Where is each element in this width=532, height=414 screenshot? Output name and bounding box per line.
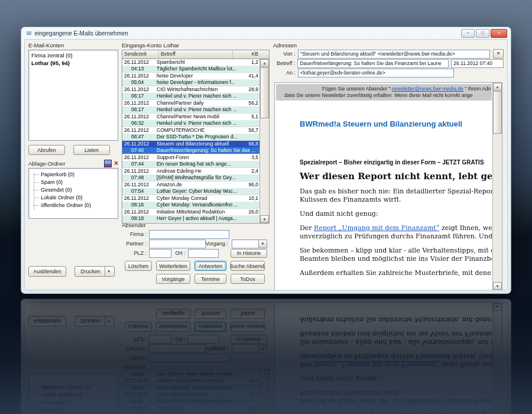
maximize-button[interactable]: □ xyxy=(476,29,489,38)
folder-item[interactable]: Papierkorb (0) xyxy=(29,171,116,179)
email-accounts-label: E-Mail-Konten xyxy=(28,42,118,48)
todos-button[interactable]: ToDos xyxy=(231,274,265,284)
message-row[interactable]: 26.11.2012 Cyber Monday Conrad 10,1 08:1… xyxy=(122,195,260,209)
plz-field[interactable] xyxy=(149,249,171,258)
message-subject: Herr Geyer | activo aktuell | Ausga... xyxy=(157,215,260,222)
message-subject: [SPAM] Weihnachtsgrüße für Gey... xyxy=(157,174,260,181)
firma-field[interactable] xyxy=(149,230,229,239)
paragraph-2: Und damit nicht genug: xyxy=(300,210,492,218)
antworten-button[interactable]: Antworten xyxy=(194,261,226,271)
message-date: 26.11.2012 xyxy=(122,141,157,147)
partner-field[interactable] xyxy=(149,240,206,248)
address-panel: Adressen Von : "Steuern und Bilanzierung… xyxy=(273,42,504,285)
message-size-kb: 26,0 xyxy=(241,209,260,215)
von-field[interactable]: "Steuern und Bilanzierung aktuell" <news… xyxy=(298,50,490,59)
message-row[interactable]: 26.11.2012 ChannelPartner daily 56,2 06:… xyxy=(122,100,260,114)
message-time: 07:40 xyxy=(122,147,157,154)
message-row[interactable]: 26.11.2012 COMPUTERWOCHE 56,7 06:47 Der … xyxy=(122,127,260,141)
message-size-kb: 56,7 xyxy=(241,127,260,134)
message-row[interactable]: 26.11.2012 CIO Wirtschaftsnachrichten 28… xyxy=(122,86,260,100)
folder-item[interactable]: Gesendet (0) xyxy=(29,186,116,194)
brand-title: Steuern und Bilanzierung aktuell xyxy=(340,119,462,128)
termine-button[interactable]: Termine xyxy=(194,274,226,284)
folders-close-icon[interactable]: × xyxy=(114,160,118,167)
message-row[interactable]: 26.11.2012 Steuern und Bilanzierung aktu… xyxy=(122,141,260,154)
message-row[interactable]: 26.11.2012 ChannelPartner News mobil 5,1… xyxy=(122,114,260,127)
suche-absender-button[interactable]: Suche Absend. xyxy=(231,261,265,271)
message-size-kb: 96,0 xyxy=(241,182,260,188)
vorgang-label: Vorgang : xyxy=(205,241,231,247)
message-subject: Henkel und v. Pierer machen sich ... xyxy=(157,93,260,99)
weiterleiten-button[interactable]: Weiterleiten xyxy=(156,261,190,271)
message-subject: heise Developer - Informationen f... xyxy=(157,79,260,86)
folder-grid-icon[interactable] xyxy=(104,160,112,167)
message-sender: Steuern und Bilanzierung aktuell xyxy=(157,141,241,147)
vorgaenge-button[interactable]: Vorgänge xyxy=(156,274,190,284)
account-item[interactable]: Firma zentral (0) xyxy=(30,51,116,59)
report-link[interactable]: Report „Umgang mit dem Finanzamt“ xyxy=(314,224,439,232)
column-betreff[interactable]: Betreff xyxy=(159,50,233,59)
partner-label: Partner : xyxy=(122,241,149,247)
message-row[interactable]: 26.11.2012 Spambericht 1,2 04:13 Täglich… xyxy=(122,59,260,73)
message-time: 06:17 xyxy=(122,106,157,113)
scroll-up-icon[interactable]: ▲ xyxy=(493,83,502,90)
message-table: Sendezeit Betreff KB 26.11.2012 Spamberi… xyxy=(122,50,270,224)
scroll-down-icon[interactable]: ▼ xyxy=(493,282,502,290)
message-row[interactable]: 26.11.2012 Support-Foren 3,5 07:44 Ein n… xyxy=(122,154,260,168)
message-time: 07:54 xyxy=(122,188,157,195)
message-panel: Eingangs-Konto Lothar Sendezeit Betreff … xyxy=(122,42,270,285)
drucken-button[interactable]: Drucken ▼ xyxy=(74,266,115,277)
vorgang-combobox[interactable]: ▼ xyxy=(232,240,267,248)
message-time: 05:04 xyxy=(122,79,157,86)
message-time: 04:13 xyxy=(122,66,157,72)
scroll-up-icon[interactable]: ▲ xyxy=(260,59,269,67)
newsletter-subtitle: Spezialreport – Bisher einzigartig in di… xyxy=(300,159,492,166)
close-button[interactable]: × xyxy=(491,29,507,38)
datum-field[interactable]: 26.11.2012 07:40 xyxy=(451,59,504,68)
window-titlebar[interactable]: ✉ eingegangene E-Mails übernehmen − □ × xyxy=(21,27,511,39)
folder-tree[interactable]: Papierkorb (0)Spam (0)Gesendet (0)Lokale… xyxy=(28,168,118,219)
column-kb[interactable]: KB xyxy=(233,50,269,59)
address-action-icon[interactable]: × xyxy=(493,49,504,59)
account-item[interactable]: Lothar (95, 94) xyxy=(30,59,116,67)
an-field[interactable]: <lothar.geyer@edv-berater-online.de> xyxy=(298,69,454,77)
message-list-scrollbar[interactable]: ▲ ▼ xyxy=(259,59,269,223)
message-date: 26.11.2012 xyxy=(122,154,157,161)
message-sender: Amazon.de xyxy=(157,182,241,188)
table-header: Sendezeit Betreff KB xyxy=(122,50,269,59)
message-size-kb: 2,4 xyxy=(241,168,260,174)
paragraph-1: Das gab es bisher noch nie: Ein detailli… xyxy=(300,187,492,204)
preview-banner: Fügen Sie unseren Absender " newsletter@… xyxy=(276,84,492,101)
scrollbar-thumb[interactable] xyxy=(260,67,269,118)
brand-logo: BWRmed!a xyxy=(300,119,340,128)
message-sender: Cyber Monday Conrad xyxy=(157,195,241,202)
in-historie-button[interactable]: In Historie xyxy=(231,249,267,258)
preview-scrollbar[interactable]: ▲ ▼ xyxy=(492,83,502,290)
message-size-kb: 56,2 xyxy=(241,100,260,106)
banner-text-post: " Ihrem Adressb xyxy=(463,86,491,92)
folder-item[interactable]: Spam (0) xyxy=(29,179,116,186)
abrufen-button[interactable]: Abrufen xyxy=(28,145,65,155)
combo-dropdown-icon[interactable]: ▼ xyxy=(258,240,267,248)
ablage-ordner-label: Ablage-Ordner xyxy=(28,160,65,167)
ausblenden-button[interactable]: Ausblenden xyxy=(28,266,66,277)
email-accounts-listbox[interactable]: Firma zentral (0)Lothar (95, 94) xyxy=(28,50,118,141)
folder-item[interactable]: öffentliche Ordner (0) xyxy=(29,202,116,209)
message-time: 08:16 xyxy=(122,202,157,208)
message-row[interactable]: 26.11.2012 heise Developer 41,4 05:04 he… xyxy=(122,73,260,86)
message-sender: ChannelPartner News mobil xyxy=(157,114,241,120)
listen-button[interactable]: Listen xyxy=(73,145,110,155)
column-sendezeit[interactable]: Sendezeit xyxy=(122,50,159,59)
ort-field[interactable] xyxy=(188,249,219,258)
folder-item[interactable]: Lokale Ordner (0) xyxy=(29,194,116,202)
message-sender: Spambericht xyxy=(157,59,241,66)
minimize-button[interactable]: − xyxy=(461,29,475,38)
betreff-field[interactable]: Dauerfristverlängerung: So halten Sie da… xyxy=(297,59,449,68)
drucken-dropdown-arrow[interactable]: ▼ xyxy=(105,270,113,273)
message-row[interactable]: 26.11.2012 Initiative Mittelstand Redakt… xyxy=(122,209,260,222)
message-row[interactable]: 26.11.2012 Andreas Edeling-He 2,4 07:48 … xyxy=(122,168,260,182)
scrollbar-thumb[interactable] xyxy=(493,91,502,134)
loeschen-button[interactable]: Löschen xyxy=(125,261,152,271)
banner-email-link[interactable]: newsletter@news.bwr-media.de xyxy=(392,86,463,92)
message-row[interactable]: 26.11.2012 Amazon.de 96,0 07:54 Lothar G… xyxy=(122,182,260,195)
